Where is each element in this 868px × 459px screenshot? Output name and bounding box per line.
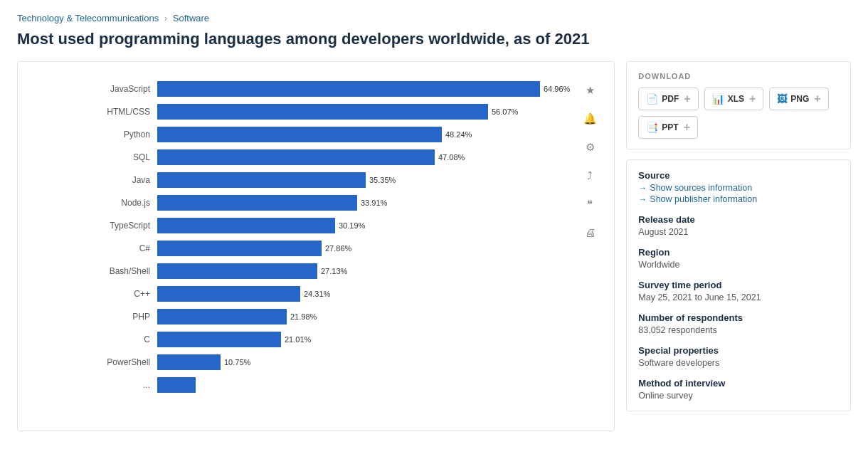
bar-fill [157,218,335,233]
bar-percentage: 30.19% [339,221,365,230]
breadcrumb-link-tech[interactable]: Technology & Telecommunications [17,13,159,23]
bar-fill [157,81,540,97]
xls-plus: + [749,93,756,105]
bar-row: SQL47.08% [93,147,570,167]
settings-button[interactable]: ⚙ [580,137,600,157]
bar-row: C++24.31% [93,284,570,304]
bar-label: TypeScript [93,221,156,231]
bar-label: C# [93,243,156,253]
pdf-icon: 📄 [646,93,658,105]
release-value: August 2021 [638,227,839,237]
download-pdf-button[interactable]: 📄 PDF + [638,88,698,110]
arrow-icon: → [638,183,647,193]
bar-percentage: 24.31% [304,290,330,298]
breadcrumb: Technology & Telecommunications › Softwa… [17,13,851,23]
bar-fill [157,172,366,188]
bar-percentage: 10.75% [224,358,250,366]
ppt-icon: 📑 [646,122,658,133]
show-publisher-link[interactable]: → Show publisher information [638,194,839,204]
method-section: Method of interview Online survey [638,378,839,401]
bar-fill [157,104,488,120]
bar-row: TypeScript30.19% [93,216,570,236]
bar-fill [157,263,317,279]
bar-label: Bash/Shell [93,266,156,276]
page-title: Most used programming languages among de… [17,29,851,50]
sources-link-text: Show sources information [650,183,752,193]
bar-fill [157,195,357,211]
alert-button[interactable]: 🔔 [580,109,600,129]
download-ppt-button[interactable]: 📑 PPT + [638,116,698,139]
bar-fill [157,241,322,256]
favorite-button[interactable]: ★ [580,80,600,100]
download-png-button[interactable]: 🖼 PNG + [769,88,828,110]
special-value: Software developers [638,358,839,368]
bar-fill [157,332,281,347]
download-title: DOWNLOAD [638,72,839,80]
bar-label: ... [93,380,156,390]
bar-label: Java [93,175,156,185]
png-label: PNG [790,94,809,104]
bar-fill [157,286,300,302]
download-buttons: 📄 PDF + 📊 XLS + 🖼 PNG + [638,88,839,139]
bar-row: PowerShell10.75% [93,352,570,372]
bar-label: Node.js [93,198,156,208]
bar-percentage: 27.86% [325,244,351,253]
bar-fill [157,127,442,142]
xls-icon: 📊 [712,93,724,105]
bar-chart: JavaScript64.96%HTML/CSS56.07%Python48.2… [29,73,577,423]
bar-row: JavaScript64.96% [93,79,570,99]
share-button[interactable]: ⤴ [580,166,600,186]
bar-row: Java35.35% [93,170,570,190]
region-value: Worldwide [638,260,839,270]
survey-section: Survey time period May 25, 2021 to June … [638,280,839,302]
bar-percentage: 27.13% [321,267,347,275]
bar-percentage: 64.96% [544,85,570,93]
bar-row: C21.01% [93,329,570,349]
ppt-plus: + [684,121,690,134]
region-label: Region [638,247,839,258]
xls-label: XLS [728,94,744,104]
arrow-icon2: → [638,194,647,204]
pdf-label: PDF [662,94,679,104]
bar-row: PHP21.98% [93,307,570,327]
bar-label: PHP [93,312,156,322]
right-panel: DOWNLOAD 📄 PDF + 📊 XLS + 🖼 PNG [626,61,851,431]
publisher-link-text: Show publisher information [650,194,757,204]
print-button[interactable]: 🖨 [580,223,600,243]
bar-row: C#27.86% [93,238,570,258]
bar-percentage: 33.91% [361,199,387,207]
bar-fill [157,149,435,165]
png-plus: + [814,93,820,105]
download-xls-button[interactable]: 📊 XLS + [704,88,764,110]
source-section: Source → Show sources information → Show… [638,170,839,204]
bar-percentage: 21.98% [290,312,317,321]
sidebar-icons: ★ 🔔 ⚙ ⤴ ❝ 🖨 [577,73,603,423]
bar-fill [157,354,221,370]
bar-percentage: 48.24% [445,130,472,139]
cite-button[interactable]: ❝ [580,194,600,214]
main-content: JavaScript64.96%HTML/CSS56.07%Python48.2… [17,61,851,431]
bar-row: HTML/CSS56.07% [93,102,570,122]
special-label: Special properties [638,345,839,356]
bar-label: PowerShell [93,357,156,367]
bar-label: JavaScript [93,84,156,94]
ppt-label: PPT [662,122,678,132]
pdf-plus: + [684,93,690,105]
release-label: Release date [638,214,839,225]
bar-label: C [93,334,156,344]
chart-container: JavaScript64.96%HTML/CSS56.07%Python48.2… [17,61,615,431]
bar-label: Python [93,130,156,139]
survey-label: Survey time period [638,280,839,290]
breadcrumb-separator: › [164,13,167,23]
source-label: Source [638,170,839,181]
bar-row: Node.js33.91% [93,193,570,213]
bar-label: SQL [93,152,156,162]
respondents-section: Number of respondents 83,052 respondents [638,312,839,335]
bar-row: ... [93,375,570,395]
breadcrumb-link-software[interactable]: Software [173,13,209,23]
bar-percentage: 21.01% [285,335,311,344]
download-box: DOWNLOAD 📄 PDF + 📊 XLS + 🖼 PNG [626,61,851,149]
bar-fill [157,309,287,325]
bar-percentage: 35.35% [369,176,396,184]
show-sources-link[interactable]: → Show sources information [638,183,839,193]
